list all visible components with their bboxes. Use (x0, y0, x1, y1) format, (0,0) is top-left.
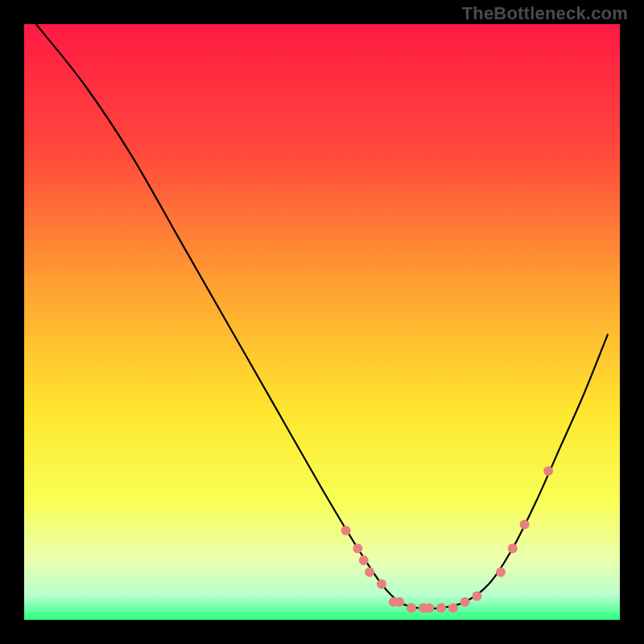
chart-svg (0, 0, 644, 644)
marker-dot (353, 543, 362, 553)
plot-area (24, 24, 620, 620)
marker-dot (496, 568, 506, 577)
marker-dot (448, 603, 458, 613)
chart-container: TheBottleneck.com (0, 0, 644, 644)
marker-dot (359, 555, 369, 565)
marker-dot (424, 603, 434, 613)
marker-dot (460, 597, 470, 607)
marker-dot (394, 597, 404, 607)
marker-dot (436, 603, 446, 613)
marker-dot (407, 603, 416, 613)
marker-dot (341, 526, 351, 535)
marker-dot (543, 466, 553, 476)
marker-dot (377, 580, 386, 589)
marker-dot (508, 543, 518, 553)
marker-dot (365, 568, 374, 577)
marker-dot (520, 520, 530, 530)
marker-dot (472, 591, 481, 601)
